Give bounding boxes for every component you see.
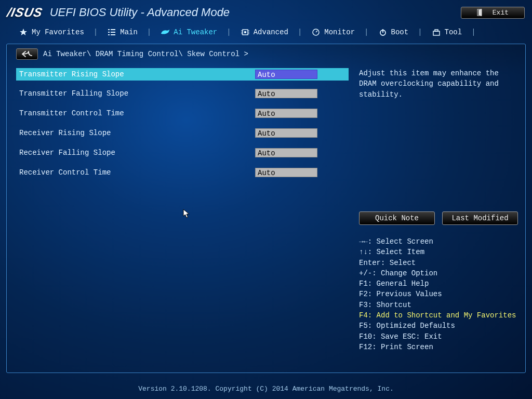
svg-rect-8 bbox=[111, 34, 115, 35]
tab-bar: My Favorites | Main | Ai Tweaker | Advan… bbox=[0, 24, 532, 39]
setting-value[interactable]: Auto bbox=[255, 148, 317, 157]
tab-advanced[interactable]: Advanced bbox=[236, 27, 292, 37]
svg-rect-10 bbox=[244, 31, 246, 33]
svg-rect-5 bbox=[108, 32, 110, 33]
exit-label: Exit bbox=[493, 9, 509, 17]
svg-rect-3 bbox=[108, 29, 110, 30]
back-arrow-icon bbox=[21, 50, 33, 58]
setting-label: Transmitter Rising Slope bbox=[16, 70, 255, 78]
setting-row[interactable]: Receiver Falling Slope Auto bbox=[16, 147, 349, 158]
last-modified-button[interactable]: Last Modified bbox=[442, 211, 518, 225]
toolbox-icon bbox=[432, 28, 441, 36]
setting-value[interactable]: Auto bbox=[255, 89, 317, 98]
svg-rect-6 bbox=[111, 32, 115, 33]
breadcrumb: Ai Tweaker\ DRAM Timing Control\ Skew Co… bbox=[43, 50, 248, 58]
setting-row[interactable]: Receiver Control Time Auto bbox=[16, 167, 349, 178]
tab-separator: | bbox=[221, 28, 236, 36]
content-panel: Ai Tweaker\ DRAM Timing Control\ Skew Co… bbox=[6, 44, 526, 373]
back-button[interactable] bbox=[16, 48, 38, 60]
chip-icon bbox=[241, 28, 250, 36]
tab-separator: | bbox=[88, 28, 103, 36]
setting-label: Transmitter Control Time bbox=[16, 109, 255, 117]
settings-list: Transmitter Rising Slope Auto Transmitte… bbox=[16, 68, 349, 367]
tab-boot[interactable]: Boot bbox=[374, 27, 413, 37]
setting-label: Receiver Rising Slope bbox=[16, 129, 255, 137]
footer-copyright: Version 2.10.1208. Copyright (C) 2014 Am… bbox=[0, 385, 532, 393]
app-title: UEFI BIOS Utility - Advanced Mode bbox=[50, 6, 230, 19]
tab-monitor[interactable]: Monitor bbox=[307, 27, 359, 37]
list-icon bbox=[107, 28, 116, 36]
setting-row[interactable]: Receiver Rising Slope Auto bbox=[16, 127, 349, 139]
setting-value[interactable]: Auto bbox=[255, 70, 317, 79]
tab-label: Monitor bbox=[324, 28, 355, 36]
setting-value[interactable]: Auto bbox=[255, 168, 317, 177]
tab-label: Main bbox=[120, 28, 138, 36]
tab-separator: | bbox=[413, 28, 427, 36]
tab-label: Boot bbox=[391, 28, 409, 36]
tab-label: Tool bbox=[445, 28, 462, 36]
tab-label: Ai Tweaker bbox=[174, 28, 217, 36]
star-icon bbox=[19, 28, 28, 36]
tab-label: My Favorites bbox=[32, 28, 84, 36]
help-text: Adjust this item may enhance the DRAM ov… bbox=[359, 68, 518, 208]
breadcrumb-row: Ai Tweaker\ DRAM Timing Control\ Skew Co… bbox=[7, 44, 525, 64]
brand-logo: /ISUS bbox=[6, 5, 44, 20]
svg-rect-4 bbox=[111, 29, 115, 30]
tab-favorites[interactable]: My Favorites bbox=[15, 27, 88, 37]
setting-label: Receiver Control Time bbox=[16, 168, 255, 177]
wing-icon bbox=[161, 28, 170, 36]
tab-separator: | bbox=[142, 28, 156, 36]
door-icon bbox=[477, 9, 483, 16]
svg-marker-1 bbox=[478, 9, 482, 16]
svg-rect-22 bbox=[435, 30, 438, 31]
svg-rect-21 bbox=[433, 31, 440, 35]
side-panel: Adjust this item may enhance the DRAM ov… bbox=[359, 68, 518, 367]
power-icon bbox=[378, 28, 388, 36]
setting-row[interactable]: Transmitter Rising Slope Auto bbox=[16, 68, 349, 81]
setting-value[interactable]: Auto bbox=[255, 128, 317, 138]
setting-row[interactable]: Transmitter Falling Slope Auto bbox=[16, 88, 349, 99]
setting-row[interactable]: Transmitter Control Time Auto bbox=[16, 108, 349, 119]
gauge-icon bbox=[311, 28, 321, 36]
tab-separator: | bbox=[292, 28, 307, 36]
tab-tool[interactable]: Tool bbox=[428, 27, 467, 37]
key-hints: →←: Select Screen ↑↓: Select Item Enter:… bbox=[359, 236, 518, 352]
svg-marker-2 bbox=[20, 29, 27, 35]
tab-ai-tweaker[interactable]: Ai Tweaker bbox=[156, 27, 221, 37]
tab-label: Advanced bbox=[254, 28, 288, 36]
setting-value[interactable]: Auto bbox=[255, 109, 317, 118]
exit-button[interactable]: Exit bbox=[461, 7, 525, 19]
svg-line-18 bbox=[316, 31, 317, 32]
tab-separator: | bbox=[466, 28, 481, 36]
tab-separator: | bbox=[359, 28, 374, 36]
setting-label: Transmitter Falling Slope bbox=[16, 89, 255, 98]
quick-note-button[interactable]: Quick Note bbox=[359, 211, 435, 225]
setting-label: Receiver Falling Slope bbox=[16, 149, 255, 157]
svg-rect-7 bbox=[108, 34, 110, 35]
tab-main[interactable]: Main bbox=[103, 27, 142, 37]
header-bar: /ISUS UEFI BIOS Utility - Advanced Mode … bbox=[0, 0, 532, 24]
